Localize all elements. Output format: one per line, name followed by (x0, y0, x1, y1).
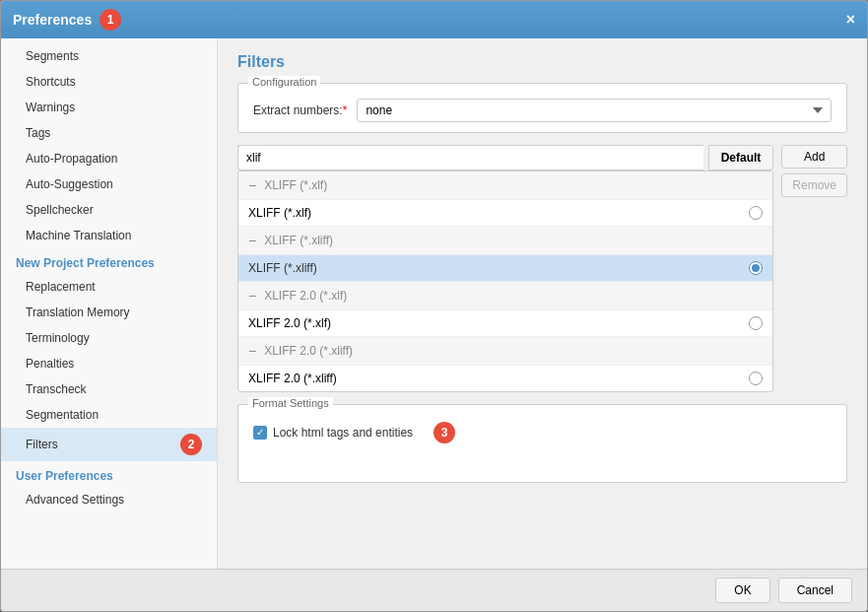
format-settings-box: Format Settings Lock html tags and entit… (237, 404, 847, 483)
sidebar-item-tags[interactable]: Tags (1, 120, 217, 146)
side-buttons: Add Remove (781, 145, 847, 197)
radio-xliff-xlf-2[interactable] (749, 206, 763, 220)
sidebar-item-auto-propagation[interactable]: Auto-Propagation (1, 146, 217, 171)
radio-xliff20-xlf-2[interactable] (749, 316, 763, 330)
main-content: Filters Configuration Extract numbers:* … (218, 38, 867, 569)
badge-3: 3 (434, 422, 455, 443)
filter-row-xliff20-xliff-2[interactable]: XLIFF 2.0 (*.xliff) (238, 366, 772, 391)
lock-html-row: Lock html tags and entities 3 (253, 422, 832, 443)
dialog-title: Preferences (13, 12, 92, 28)
lock-html-checkbox[interactable] (253, 426, 267, 440)
sidebar-section-user-preferences: User Preferences (1, 461, 217, 487)
sidebar-item-filters[interactable]: Filters 2 (1, 428, 217, 461)
filter-row-xliff20-xliff-disabled: − XLIFF 2.0 (*.xliff) (238, 337, 772, 366)
minus-icon-1: − (248, 177, 256, 193)
sidebar-item-auto-suggestion[interactable]: Auto-Suggestion (1, 171, 217, 197)
section-title: Filters (237, 53, 847, 71)
format-settings-legend: Format Settings (248, 397, 333, 409)
configuration-box: Configuration Extract numbers:* none all… (237, 83, 847, 133)
dialog-footer: OK Cancel (1, 569, 867, 611)
filter-label-xliff20-xlf-1: XLIFF 2.0 (*.xlf) (264, 289, 347, 303)
default-button[interactable]: Default (708, 145, 774, 170)
minus-icon-3: − (248, 233, 256, 248)
sidebar-item-advanced-settings[interactable]: Advanced Settings (1, 487, 217, 512)
remove-button[interactable]: Remove (781, 173, 847, 197)
sidebar-item-translation-memory[interactable]: Translation Memory (1, 300, 217, 325)
radio-xliff20-xliff-2[interactable] (749, 372, 763, 385)
filter-label-xliff-xliff-2: XLIFF (*.xliff) (248, 261, 317, 275)
filter-label-xliff20-xlf-2: XLIFF 2.0 (*.xlf) (248, 316, 331, 330)
filter-row-xliff20-xlf-disabled: − XLIFF 2.0 (*.xlf) (238, 282, 772, 310)
filter-list: − XLIFF (*.xlf) XLIFF (*.xlf) − (237, 170, 773, 392)
filter-row-xliff-xlf-disabled-1: − XLIFF (*.xlf) (238, 171, 772, 200)
ok-button[interactable]: OK (715, 578, 769, 603)
sidebar-item-terminology[interactable]: Terminology (1, 325, 217, 351)
required-indicator: * (343, 103, 348, 117)
sidebar-item-segments[interactable]: Segments (1, 43, 217, 69)
filter-row-xliff-xliff-selected[interactable]: XLIFF (*.xliff) (238, 255, 772, 282)
minus-icon-7: − (248, 343, 256, 359)
filter-list-wrapper: Default − XLIFF (*.xlf) X (237, 145, 847, 392)
extract-numbers-row: Extract numbers:* none all numeric only (253, 99, 832, 122)
extract-label: Extract numbers:* (253, 103, 347, 117)
sidebar-item-transcheck[interactable]: Transcheck (1, 376, 217, 402)
cancel-button[interactable]: Cancel (778, 578, 852, 603)
sidebar-item-segmentation[interactable]: Segmentation (1, 402, 217, 428)
radio-xliff-xliff-2[interactable] (749, 261, 763, 275)
dialog-header: Preferences 1 × (1, 1, 867, 38)
filter-label-xliff20-xliff-2: XLIFF 2.0 (*.xliff) (248, 372, 337, 385)
sidebar-item-warnings[interactable]: Warnings (1, 95, 217, 120)
configuration-legend: Configuration (248, 76, 320, 88)
filter-search-input[interactable] (237, 145, 703, 170)
sidebar-item-shortcuts[interactable]: Shortcuts (1, 69, 217, 95)
filter-row-xliff20-xlf-2[interactable]: XLIFF 2.0 (*.xlf) (238, 310, 772, 337)
lock-html-label: Lock html tags and entities (273, 426, 413, 440)
minus-icon-5: − (248, 288, 256, 304)
sidebar-item-replacement[interactable]: Replacement (1, 274, 217, 300)
filter-list-container: Default − XLIFF (*.xlf) X (237, 145, 773, 392)
sidebar-section-new-project: New Project Preferences (1, 248, 217, 274)
filter-toolbar: Default (237, 145, 773, 170)
sidebar: Segments Shortcuts Warnings Tags Auto-Pr… (1, 38, 218, 569)
extract-numbers-select[interactable]: none all numeric only (357, 99, 832, 122)
filter-label-xliff-xliff-1: XLIFF (*.xliff) (264, 234, 333, 247)
sidebar-item-machine-translation[interactable]: Machine Translation (1, 223, 217, 248)
close-button[interactable]: × (846, 12, 855, 28)
dialog-body: Segments Shortcuts Warnings Tags Auto-Pr… (1, 38, 867, 569)
filter-label-xliff-xlf-2: XLIFF (*.xlf) (248, 206, 311, 220)
add-button[interactable]: Add (781, 145, 847, 169)
sidebar-item-spellchecker[interactable]: Spellchecker (1, 197, 217, 223)
badge-2: 2 (180, 434, 202, 455)
badge-1: 1 (100, 9, 121, 31)
preferences-dialog: Preferences 1 × Segments Shortcuts Warni… (0, 0, 868, 612)
filter-label-xliff20-xliff-1: XLIFF 2.0 (*.xliff) (264, 344, 353, 358)
filter-row-xliff-xliff-disabled: − XLIFF (*.xliff) (238, 227, 772, 255)
filter-row-xliff-xlf-2[interactable]: XLIFF (*.xlf) (238, 200, 772, 227)
filters-label: Filters (26, 438, 58, 451)
sidebar-item-penalties[interactable]: Penalties (1, 351, 217, 376)
filter-label-xliff-xlf-1: XLIFF (*.xlf) (264, 178, 327, 192)
